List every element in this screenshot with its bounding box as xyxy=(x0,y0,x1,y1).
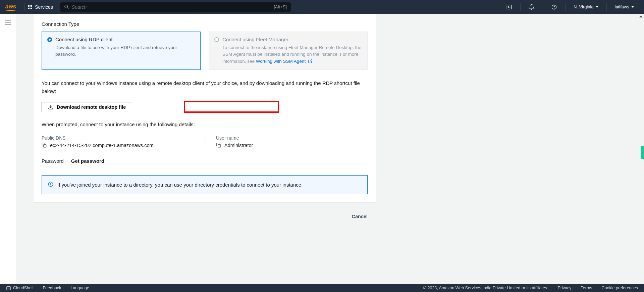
highlight-box xyxy=(184,101,279,113)
info-alert: If you've joined your instance to a dire… xyxy=(42,175,368,194)
connection-type-group: Connect using RDP client Download a file… xyxy=(42,32,368,70)
connection-details: Public DNS ec2-44-214-15-202.compute-1.a… xyxy=(42,135,368,148)
svg-point-12 xyxy=(50,183,51,183)
svg-line-1 xyxy=(67,7,68,9)
main-content: Connection Type Connect using RDP client… xyxy=(16,14,644,284)
username-label: User name xyxy=(216,135,370,141)
chevron-down-icon xyxy=(631,6,634,8)
account-selector[interactable]: latifaws xyxy=(610,0,639,14)
grid-icon xyxy=(28,5,32,9)
connection-option-rdp[interactable]: Connect using RDP client Download a file… xyxy=(42,32,201,70)
copy-icon[interactable] xyxy=(42,143,47,148)
footer-terms-link[interactable]: Terms xyxy=(581,286,592,290)
footer-cloudshell-button[interactable]: CloudShell xyxy=(6,286,33,291)
divider xyxy=(520,3,521,11)
footer-copyright: © 2023, Amazon Web Services India Privat… xyxy=(423,286,548,290)
connect-card: Connection Type Connect using RDP client… xyxy=(34,14,376,202)
get-password-button[interactable]: Get password xyxy=(71,158,104,164)
svg-rect-9 xyxy=(218,145,221,147)
public-dns-label: Public DNS xyxy=(42,135,199,141)
radio-unselected-icon xyxy=(214,37,219,42)
rdp-instructions: You can connect to your Windows instance… xyxy=(42,79,368,95)
external-link-icon xyxy=(308,59,313,63)
conn-fleet-title: Connect using Fleet Manager xyxy=(222,37,288,42)
divider xyxy=(24,3,24,11)
services-button[interactable]: Services xyxy=(28,4,53,10)
footer-cookies-link[interactable]: Cookie preferences xyxy=(602,286,638,290)
footer-language-link[interactable]: Language xyxy=(70,286,89,290)
public-dns-value: ec2-44-214-15-202.compute-1.amazonaws.co… xyxy=(50,143,154,148)
conn-rdp-desc: Download a file to use with your RDP cli… xyxy=(55,44,195,58)
search-input[interactable] xyxy=(72,4,274,10)
footer: CloudShell Feedback Language © 2023, Ama… xyxy=(0,284,644,292)
footer-feedback-link[interactable]: Feedback xyxy=(43,286,61,290)
section-title: Connection Type xyxy=(42,14,368,32)
divider xyxy=(606,3,607,11)
ssm-agent-link[interactable]: Working with SSM Agent xyxy=(256,59,313,64)
radio-selected-icon xyxy=(47,37,52,42)
download-rdp-button[interactable]: Download remote desktop file xyxy=(42,102,132,112)
cloudshell-icon-button[interactable] xyxy=(501,0,517,14)
info-text: If you've joined your instance to a dire… xyxy=(57,181,303,189)
footer-privacy-link[interactable]: Privacy xyxy=(558,286,572,290)
services-label: Services xyxy=(35,4,53,10)
svg-point-5 xyxy=(554,8,554,8)
info-icon xyxy=(48,182,53,187)
divider xyxy=(543,3,543,11)
username-value: Administrator xyxy=(224,143,253,148)
details-intro: When prompted, connect to your instance … xyxy=(42,121,368,127)
search-shortcut: [Alt+S] xyxy=(274,4,287,9)
aws-logo[interactable]: aws xyxy=(5,3,16,11)
cancel-button[interactable]: Cancel xyxy=(352,214,368,219)
password-label: Password xyxy=(42,158,64,164)
cloudshell-icon xyxy=(6,286,11,291)
svg-point-0 xyxy=(65,5,68,8)
help-icon-button[interactable] xyxy=(546,0,562,14)
divider xyxy=(565,3,566,11)
notifications-icon-button[interactable] xyxy=(524,0,539,14)
top-nav: aws Services [Alt+S] N. Virginia latifaw… xyxy=(0,0,644,14)
copy-icon[interactable] xyxy=(216,143,221,148)
search-box[interactable]: [Alt+S] xyxy=(60,2,291,12)
connection-option-fleet: Connect using Fleet Manager To connect t… xyxy=(209,32,368,70)
actions-row: Cancel xyxy=(34,202,376,226)
hamburger-icon[interactable] xyxy=(5,20,11,25)
region-selector[interactable]: N. Virginia xyxy=(569,0,603,14)
conn-fleet-desc: To connect to the instance using Fleet M… xyxy=(222,44,362,65)
svg-line-6 xyxy=(310,59,312,61)
password-row: Password Get password xyxy=(42,158,368,164)
download-icon xyxy=(48,104,53,110)
chevron-down-icon xyxy=(596,6,598,8)
svg-rect-8 xyxy=(44,145,46,147)
left-rail xyxy=(0,14,16,284)
conn-rdp-title: Connect using RDP client xyxy=(55,37,113,42)
search-icon xyxy=(64,4,69,9)
